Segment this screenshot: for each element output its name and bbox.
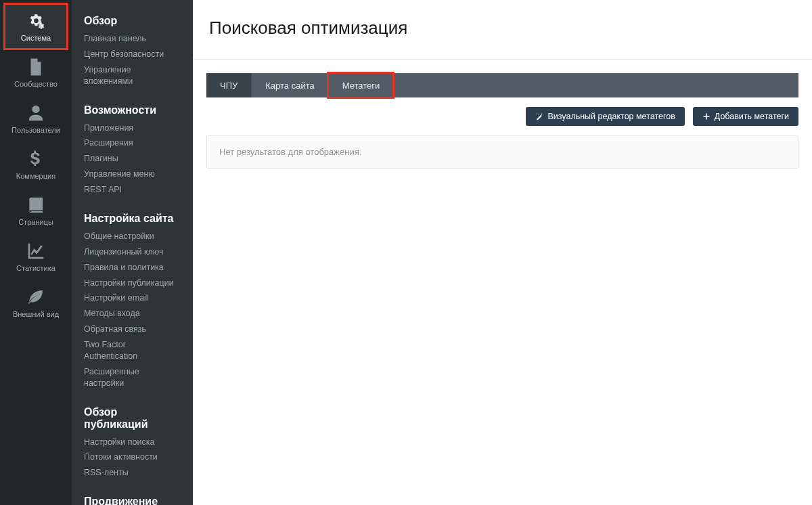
submenu-link[interactable]: Плагины — [72, 151, 193, 167]
submenu-link[interactable]: Расширения — [72, 135, 193, 151]
chart-icon — [26, 241, 46, 261]
gears-icon — [26, 11, 46, 31]
rail-item-stats[interactable]: Статистика — [5, 234, 67, 279]
submenu-link[interactable]: Управление вложениями — [72, 62, 193, 89]
submenu-link-label: Расширения — [84, 137, 133, 149]
submenu-link-label: Центр безопасности — [84, 49, 164, 60]
rail-item-users[interactable]: Пользователи — [5, 96, 67, 141]
rail-item-system[interactable]: Система — [5, 4, 67, 49]
main-content: Поисковая оптимизация ЧПУКарта сайтаМета… — [193, 0, 812, 505]
submenu-link-label: Расширенные настройки — [84, 366, 181, 389]
rail-item-label: Сообщество — [14, 80, 58, 88]
submenu-group-title: Обзор публикаций — [72, 401, 193, 435]
submenu-link-label: Главная панель — [84, 33, 146, 45]
submenu-link[interactable]: RSS-ленты — [72, 465, 193, 481]
submenu-link-label: Настройки публикации — [84, 278, 174, 289]
rail-item-commerce[interactable]: Коммерция — [5, 142, 67, 187]
submenu-link[interactable]: Лицензионный ключ — [72, 244, 193, 260]
submenu-link[interactable]: Правила и политика — [72, 260, 193, 276]
submenu-link[interactable]: Общие настройки — [72, 229, 193, 244]
file-icon — [26, 57, 46, 77]
rail-item-pages[interactable]: Страницы — [5, 188, 67, 233]
submenu-link[interactable]: Центр безопасности — [72, 47, 193, 62]
rail-item-label: Страницы — [18, 218, 53, 226]
submenu-link[interactable]: Настройки email — [72, 290, 193, 306]
submenu-link[interactable]: Настройки поиска — [72, 435, 193, 450]
dollar-icon — [26, 149, 46, 169]
rail-item-label: Коммерция — [16, 172, 55, 180]
submenu-link[interactable]: Обратная связь — [72, 322, 193, 337]
submenu-link[interactable]: Главная панель — [72, 31, 193, 47]
rail-item-label: Пользователи — [12, 126, 60, 134]
submenu-link-label: Обратная связь — [84, 324, 146, 335]
submenu-link[interactable]: Управление меню — [72, 167, 193, 182]
book-icon — [26, 195, 46, 215]
tab[interactable]: ЧПУ — [206, 73, 251, 97]
submenu-link[interactable]: REST API — [72, 182, 193, 198]
rail-item-label: Внешний вид — [13, 310, 59, 318]
results-panel: Нет результатов для отображения. — [206, 135, 798, 169]
submenu-link-label: Правила и политика — [84, 262, 164, 273]
leaf-icon — [26, 287, 46, 307]
rail-item-label: Статистика — [16, 264, 55, 272]
submenu-link-label: Плагины — [84, 153, 118, 164]
submenu-link-label: Лицензионный ключ — [84, 246, 164, 258]
submenu-link-label: Приложения — [84, 123, 133, 134]
empty-state-text: Нет результатов для отображения. — [207, 136, 798, 168]
submenu-link-label: Two Factor Authentication — [84, 339, 181, 362]
tab[interactable]: Метатеги — [328, 73, 394, 97]
submenu-group-title: Обзор — [72, 9, 193, 31]
plus-icon — [702, 112, 710, 120]
submenu-link[interactable]: Two Factor Authentication — [72, 337, 193, 364]
submenu-link[interactable]: Потоки активности — [72, 449, 193, 465]
submenu-group-title: Возможности — [72, 99, 193, 120]
submenu-link-label: RSS-ленты — [84, 467, 129, 479]
submenu-link-label: Методы входа — [84, 308, 140, 320]
primary-nav-rail: СистемаСообществоПользователиКоммерцияСт… — [0, 0, 72, 505]
rail-item-community[interactable]: Сообщество — [5, 50, 67, 95]
submenu-link[interactable]: Расширенные настройки — [72, 364, 193, 391]
magic-wand-icon — [535, 112, 543, 120]
submenu-group-title: Настройка сайта — [72, 207, 193, 229]
secondary-submenu: ОбзорГлавная панельЦентр безопасностиУпр… — [72, 0, 193, 505]
submenu-link[interactable]: Методы входа — [72, 306, 193, 322]
submenu-link-label: Общие настройки — [84, 231, 154, 242]
button-label: Визуальный редактор метатегов — [547, 112, 675, 121]
submenu-group-title: Продвижение — [72, 490, 193, 505]
submenu-link[interactable]: Настройки публикации — [72, 276, 193, 291]
submenu-link-label: Настройки email — [84, 292, 148, 304]
submenu-link[interactable]: Приложения — [72, 120, 193, 136]
submenu-link-label: Потоки активности — [84, 452, 158, 463]
page-title: Поисковая оптимизация — [193, 0, 812, 60]
user-icon — [26, 103, 46, 123]
submenu-link-label: Управление меню — [84, 169, 155, 180]
add-metatags-button[interactable]: Добавить метатеги — [693, 107, 798, 126]
submenu-link-label: Настройки поиска — [84, 437, 154, 448]
rail-item-appearance[interactable]: Внешний вид — [5, 280, 67, 325]
visual-metatag-editor-button[interactable]: Визуальный редактор метатегов — [526, 107, 684, 126]
tab[interactable]: Карта сайта — [251, 73, 328, 97]
button-label: Добавить метатеги — [715, 112, 789, 121]
action-row: Визуальный редактор метатегов Добавить м… — [193, 97, 812, 133]
rail-item-label: Система — [21, 34, 51, 42]
tab-bar: ЧПУКарта сайтаМетатеги — [206, 73, 798, 97]
submenu-link-label: REST API — [84, 184, 122, 196]
submenu-link-label: Управление вложениями — [84, 64, 181, 87]
